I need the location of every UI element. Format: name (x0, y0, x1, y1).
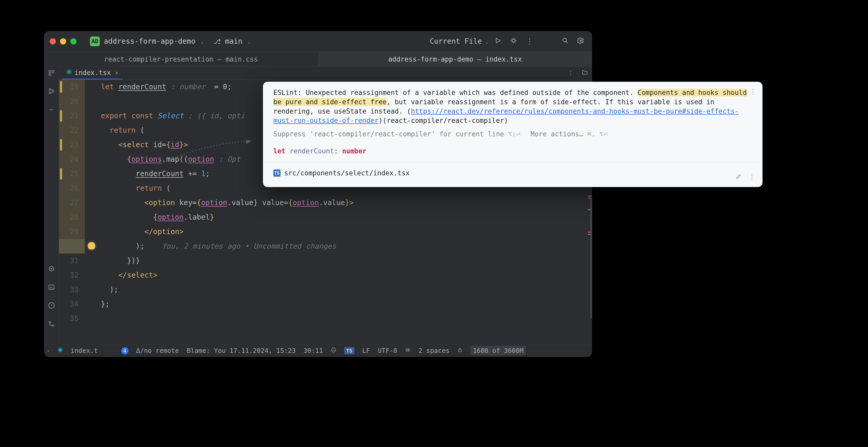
zoom-window-button[interactable] (70, 38, 76, 44)
react-file-icon (58, 348, 63, 354)
read-only-lock-icon[interactable] (457, 348, 463, 354)
svg-rect-25 (406, 349, 410, 352)
intention-bulb-icon[interactable] (88, 242, 95, 249)
file-tab-label: index.tsx (74, 69, 111, 77)
chevron-down-icon: ⌄ (200, 38, 204, 44)
debug-button[interactable] (508, 35, 519, 47)
inline-blame: You, 2 minutes ago • Uncommitted changes (162, 242, 336, 250)
terminal-tool-icon[interactable] (48, 284, 55, 292)
svg-rect-5 (52, 70, 54, 72)
tab-options-icon[interactable]: ⋮ (564, 70, 578, 76)
svg-point-3 (580, 40, 582, 41)
structure-tool-icon[interactable] (48, 88, 55, 96)
branch-icon: ⎇ (213, 37, 221, 45)
encoding-selector[interactable]: UTF-8 (378, 347, 397, 354)
window-tab-right[interactable]: address-form-app-demo – index.tsx (318, 52, 592, 66)
more-actions-link[interactable]: More actions… ⌘. ⌥⏎ (531, 129, 608, 139)
edit-icon[interactable] (736, 173, 741, 182)
svg-point-11 (51, 268, 52, 269)
left-tool-rail: ⋯ (44, 67, 59, 344)
breadcrumb-file[interactable]: index.t (70, 347, 98, 354)
search-button[interactable] (560, 35, 571, 47)
project-badge: AD (90, 36, 100, 46)
project-dropdown[interactable]: address-form-app-demo (104, 37, 195, 46)
copilot-icon[interactable] (405, 347, 411, 354)
svg-rect-4 (49, 70, 51, 72)
remote-status[interactable]: Δ/no remote (136, 347, 179, 354)
problems-count-badge[interactable]: 4 (121, 347, 128, 354)
popover-options-icon[interactable]: ⋮ (750, 87, 756, 96)
settings-button[interactable] (575, 35, 586, 47)
run-config-dropdown[interactable]: Current File ⌄ (430, 37, 488, 46)
window-tab-left[interactable]: react-compiler-presentation – main.css (44, 55, 318, 63)
svg-point-27 (408, 350, 409, 351)
svg-point-16 (68, 71, 69, 72)
inspection-popover: ⋮ ESLint: Unexpected reassignment of a v… (263, 82, 763, 187)
vcs-tool-icon[interactable] (48, 321, 55, 329)
declaration-source[interactable]: TS src/components/select/index.tsx (273, 169, 754, 178)
show-in-folder-icon[interactable] (578, 69, 592, 77)
svg-point-20 (60, 350, 61, 351)
svg-marker-0 (496, 38, 500, 43)
scrollbar-thumb[interactable] (590, 196, 592, 318)
status-bar: › index.t 4 Δ/no remote Blame: You 17.11… (44, 344, 592, 357)
close-window-button[interactable] (50, 38, 56, 44)
svg-point-2 (563, 38, 566, 42)
titlebar: AD address-form-app-demo ⌄ ⎇ main ⌄ Curr… (44, 31, 592, 52)
svg-rect-12 (49, 285, 54, 289)
svg-point-15 (52, 325, 54, 326)
ai-assistant-icon[interactable] (331, 347, 336, 354)
svg-point-8 (49, 92, 51, 94)
svg-point-7 (49, 88, 51, 90)
chevron-down-icon: ⌄ (485, 38, 488, 44)
traffic-lights (50, 38, 76, 44)
inspection-message: ESLint: Unexpected reassignment of a var… (273, 88, 754, 125)
svg-point-26 (407, 350, 407, 351)
file-tab-index-tsx[interactable]: index.tsx ✕ (62, 67, 123, 80)
gutter-icons (85, 80, 99, 344)
services-tool-icon[interactable] (48, 265, 55, 274)
svg-marker-10 (49, 266, 54, 271)
problems-tool-icon[interactable] (48, 302, 55, 311)
line-ending-selector[interactable]: LF (362, 347, 370, 354)
more-actions-button[interactable]: ⋮ (523, 35, 536, 47)
close-tab-icon[interactable]: ✕ (115, 69, 118, 76)
declaration-preview: let renderCount: number (273, 146, 754, 156)
typescript-service-badge[interactable]: TS (344, 347, 354, 354)
svg-rect-6 (49, 73, 51, 76)
ide-window: AD address-form-app-demo ⌄ ⎇ main ⌄ Curr… (44, 31, 592, 357)
git-branch-dropdown[interactable]: main (225, 37, 242, 46)
blame-info[interactable]: Blame: You 17.11.2024, 15:23 (187, 347, 296, 354)
window-tabs: react-compiler-presentation – main.css a… (44, 52, 592, 67)
memory-indicator[interactable]: 1680 of 3600M (470, 346, 526, 355)
chevron-down-icon: ⌄ (248, 38, 251, 44)
popover-more-icon[interactable]: ⋮ (748, 173, 755, 182)
expand-breadcrumb-icon[interactable]: › (46, 348, 50, 354)
minimize-window-button[interactable] (60, 38, 66, 44)
typescript-file-icon: TS (273, 170, 281, 177)
run-button[interactable] (492, 35, 504, 47)
more-tools-icon[interactable]: ⋯ (50, 106, 53, 113)
indent-selector[interactable]: 2 spaces (418, 347, 450, 354)
cursor-position[interactable]: 30:11 (304, 347, 323, 354)
file-tab-bar: index.tsx ✕ ⋮ (59, 67, 592, 80)
project-tool-icon[interactable] (48, 69, 55, 78)
svg-point-14 (49, 321, 51, 323)
svg-point-9 (52, 90, 54, 92)
svg-rect-28 (459, 350, 462, 352)
suppress-action[interactable]: Suppress 'react-compiler/react-compiler'… (273, 129, 520, 139)
react-file-icon (66, 69, 72, 76)
